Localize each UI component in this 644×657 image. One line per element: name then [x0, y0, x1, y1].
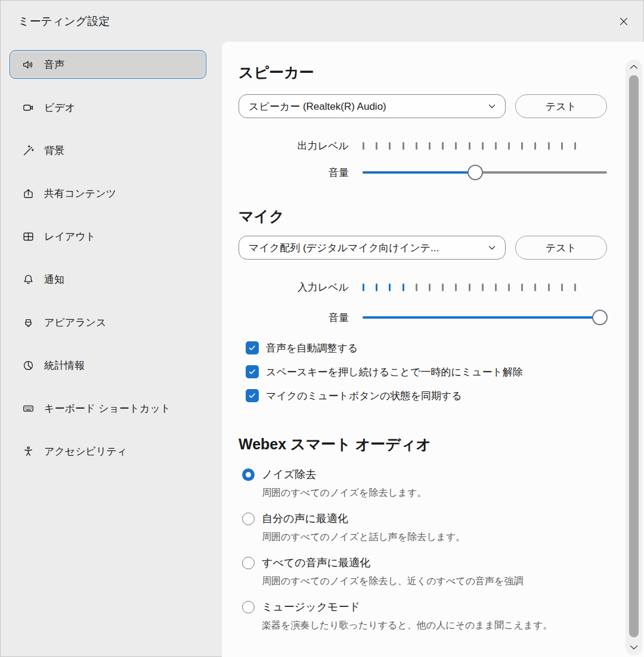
input-level-label: 入力レベル [239, 280, 349, 294]
checkbox-label: 音声を自動調整する [266, 341, 358, 355]
level-tick [561, 283, 563, 291]
speaker-volume-row: 音量 [239, 165, 644, 180]
level-tick [376, 283, 377, 291]
chevron-down-icon [487, 101, 497, 111]
checkbox-checked[interactable] [246, 389, 259, 402]
level-tick [508, 283, 510, 291]
level-tick [416, 283, 417, 291]
radio-description: 周囲のすべてのノイズを除去します。 [262, 485, 644, 501]
scroll-up-button[interactable] [626, 64, 642, 70]
speaker-icon [21, 58, 35, 71]
radio-unselected[interactable] [242, 557, 255, 569]
chevron-down-icon [487, 243, 497, 252]
mic-test-button[interactable]: テスト [515, 236, 607, 260]
level-tick [534, 142, 536, 150]
radio-unselected[interactable] [242, 513, 255, 525]
sidebar-item-video[interactable]: ビデオ [10, 93, 206, 122]
mic-volume-slider[interactable] [363, 310, 607, 325]
mic-option-checkbox-row[interactable]: マイクのミュートボタンの状態を同期する [246, 387, 644, 404]
level-tick [482, 142, 484, 150]
sidebar-item-layout[interactable]: レイアウト [10, 222, 206, 251]
speaker-test-button[interactable]: テスト [515, 94, 607, 118]
level-tick [561, 142, 563, 150]
sidebar-item-audio[interactable]: 音声 [10, 50, 206, 79]
sidebar-item-shared-content[interactable]: 共有コンテンツ [10, 179, 206, 208]
keyboard-icon [21, 402, 35, 415]
mic-device-select[interactable]: マイク配列 (デジタルマイク向けインテ... [239, 236, 506, 260]
radio-description: 周囲のすべてのノイズを除去し、近くのすべての音声を強調 [262, 573, 644, 589]
mic-heading: マイク [239, 206, 644, 226]
sidebar-item-label: 背景 [44, 144, 64, 158]
sidebar-item-label: レイアウト [44, 230, 96, 243]
sidebar-item-label: キーボード ショートカット [44, 402, 171, 415]
output-level-meter [363, 142, 576, 150]
radio-row[interactable]: 自分の声に最適化 [242, 509, 644, 528]
radio-label: ノイズ除去 [262, 467, 316, 482]
radio-row[interactable]: ミュージックモード [242, 597, 644, 616]
radio-row[interactable]: すべての音声に最適化 [242, 553, 644, 572]
sidebar-item-appearance[interactable]: アピアランス [10, 308, 206, 337]
sidebar-item-accessibility[interactable]: アクセシビリティ [10, 437, 206, 465]
scrollbar[interactable] [626, 60, 642, 655]
mic-volume-row: 音量 [239, 310, 644, 325]
sidebar-item-statistics[interactable]: 統計情報 [10, 351, 206, 380]
level-tick [363, 283, 364, 291]
scroll-down-button[interactable] [626, 644, 642, 650]
paintbrush-icon [21, 316, 35, 329]
level-tick [495, 283, 497, 291]
smart-audio-option: 自分の声に最適化周囲のすべてのノイズと話し声を除去します。 [242, 509, 644, 545]
sidebar-item-label: アクセシビリティ [44, 445, 127, 458]
mic-option-checkbox-row[interactable]: スペースキーを押し続けることで一時的にミュート解除 [246, 363, 644, 380]
speaker-heading: スピーカー [239, 62, 644, 82]
level-tick [469, 142, 470, 150]
level-tick [402, 283, 404, 291]
speaker-volume-slider[interactable] [363, 165, 607, 180]
radio-description: 楽器を演奏したり歌ったりすると、他の人にそのまま聞こえます。 [262, 618, 644, 633]
radio-description: 周囲のすべてのノイズと話し声を除去します。 [262, 529, 644, 545]
sidebar-item-notifications[interactable]: 通知 [10, 265, 206, 294]
sidebar-item-background[interactable]: 背景 [10, 136, 206, 165]
grid-icon [21, 230, 35, 243]
input-level-meter [363, 283, 576, 291]
audio-settings-panel: スピーカー スピーカー (Realtek(R) Audio) テスト 出力レベル… [222, 42, 644, 657]
radio-selected[interactable] [242, 468, 255, 481]
share-icon [21, 187, 35, 200]
mic-device-row: マイク配列 (デジタルマイク向けインテ... テスト [239, 236, 644, 260]
mic-option-checkbox-row[interactable]: 音声を自動調整する [246, 340, 644, 356]
smart-audio-option: ミュージックモード楽器を演奏したり歌ったりすると、他の人にそのまま聞こえます。 [242, 597, 644, 633]
speaker-volume-handle[interactable] [467, 165, 483, 180]
level-tick [521, 283, 523, 291]
dialog-title: ミーティング設定 [18, 14, 110, 29]
checkbox-label: スペースキーを押し続けることで一時的にミュート解除 [266, 365, 523, 379]
checkbox-checked[interactable] [246, 365, 259, 378]
mic-input-level-row: 入力レベル [239, 281, 644, 293]
speaker-device-value: スピーカー (Realtek(R) Audio) [249, 100, 386, 113]
level-tick [534, 283, 536, 291]
sidebar-item-label: アピアランス [44, 316, 106, 329]
magic-wand-icon [21, 144, 35, 157]
radio-label: 自分の声に最適化 [262, 511, 348, 526]
slider-fill [363, 171, 475, 174]
level-tick [574, 283, 576, 291]
smart-audio-options: ノイズ除去周囲のすべてのノイズを除去します。自分の声に最適化周囲のすべてのノイズ… [242, 465, 644, 633]
chevron-up-icon [629, 64, 639, 70]
speaker-output-level-row: 出力レベル [239, 140, 644, 152]
level-tick [495, 142, 497, 150]
radio-label: すべての音声に最適化 [262, 556, 370, 570]
level-tick [521, 142, 523, 150]
checkbox-label: マイクのミュートボタンの状態を同期する [266, 389, 462, 403]
level-tick [429, 142, 431, 150]
mic-volume-handle[interactable] [592, 310, 608, 325]
close-button[interactable] [614, 12, 633, 31]
radio-unselected[interactable] [242, 601, 255, 613]
level-tick [416, 142, 417, 150]
smart-audio-heading: Webex スマート オーディオ [239, 434, 644, 454]
scrollbar-thumb[interactable] [629, 75, 639, 637]
speaker-device-select[interactable]: スピーカー (Realtek(R) Audio) [239, 94, 506, 118]
checkbox-checked[interactable] [246, 341, 259, 354]
sidebar: 音声ビデオ背景共有コンテンツレイアウト通知アピアランス統計情報キーボード ショー… [10, 50, 206, 465]
sidebar-item-keyboard-shortcuts[interactable]: キーボード ショートカット [10, 394, 206, 422]
radio-row[interactable]: ノイズ除去 [242, 465, 644, 484]
level-tick [442, 142, 444, 150]
level-tick [389, 283, 391, 291]
